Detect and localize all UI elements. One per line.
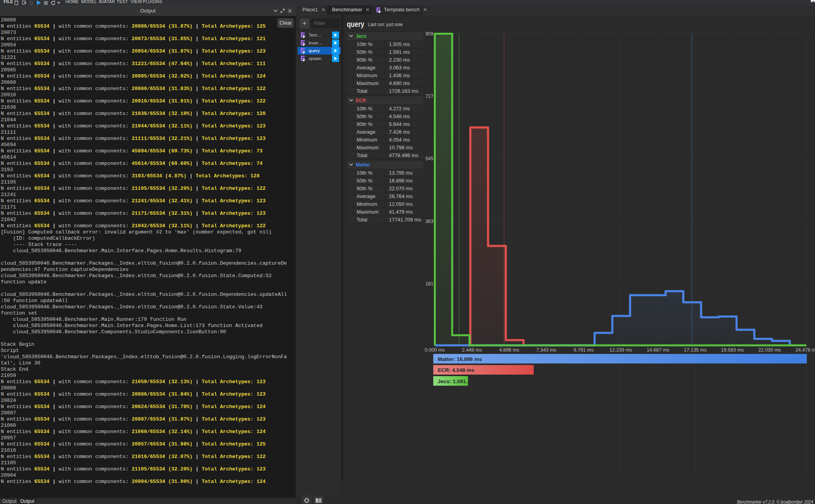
- svg-text:17.135 ms: 17.135 ms: [684, 347, 707, 353]
- svg-text:19.583 ms: 19.583 ms: [721, 347, 744, 353]
- svg-text:24.478 ms: 24.478 ms: [795, 347, 815, 353]
- svg-text:Jecs: 1.591…: Jecs: 1.591…: [438, 378, 471, 384]
- svg-text:Matter: 16.896 ms: Matter: 16.896 ms: [438, 356, 482, 362]
- svg-text:363: 363: [425, 219, 433, 224]
- svg-text:909: 909: [425, 31, 433, 37]
- svg-text:727: 727: [425, 94, 433, 99]
- svg-text:14.687 ms: 14.687 ms: [646, 347, 669, 353]
- svg-text:181: 181: [425, 281, 433, 286]
- svg-text:0.000 ms: 0.000 ms: [425, 347, 445, 353]
- svg-text:2.448 ms: 2.448 ms: [462, 347, 482, 353]
- svg-text:12.239 ms: 12.239 ms: [609, 347, 632, 353]
- svg-text:545: 545: [425, 156, 433, 161]
- svg-text:4.896 ms: 4.896 ms: [499, 347, 519, 353]
- svg-text:7.343 ms: 7.343 ms: [536, 347, 556, 353]
- svg-text:9.791 ms: 9.791 ms: [574, 347, 593, 353]
- svg-text:ECR: 4.548 ms: ECR: 4.548 ms: [438, 367, 474, 373]
- svg-text:22.030 ms: 22.030 ms: [758, 347, 781, 353]
